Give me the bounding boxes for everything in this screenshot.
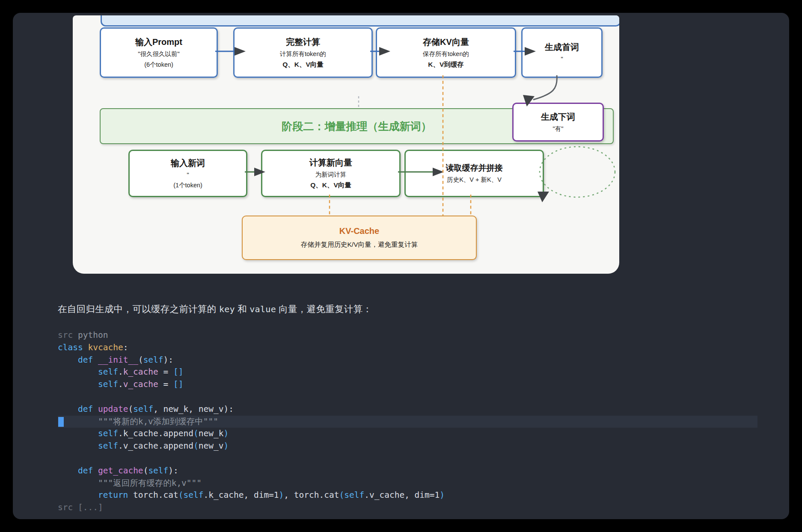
box-title: 生成下词 — [541, 112, 575, 122]
code-token-fn: get_cache — [98, 466, 143, 476]
code-token-kw: self — [98, 367, 118, 377]
box-line2: "很久很久以前" — [138, 50, 179, 58]
code-token-par: ) — [440, 490, 445, 500]
code-token-kw: self — [133, 404, 153, 414]
box-title: 计算新向量 — [309, 157, 352, 168]
box-title: 生成首词 — [545, 42, 579, 53]
code-line[interactable]: self.v_cache = [] — [58, 378, 757, 391]
code-line[interactable]: """返回所有缓存的k,v""" — [58, 477, 757, 490]
code-token-kw: def — [78, 355, 93, 365]
flow-box-compute-new-vectors: 计算新向量 为新词计算 Q、K、V向量 — [261, 150, 401, 197]
flow-box-kv-cache: KV-Cache 存储并复用历史K/V向量，避免重复计算 — [242, 216, 477, 260]
paragraph-text: 和 — [235, 304, 250, 314]
code-line[interactable]: def get_cache(self): — [58, 465, 757, 477]
code-token-cmt: """返回所有缓存的k,v""" — [58, 478, 202, 488]
code-token-par: ( — [178, 490, 184, 500]
code-token-kw: self — [143, 355, 163, 365]
cursor-marker — [58, 417, 64, 427]
code-token-pl — [58, 404, 78, 414]
code-line[interactable] — [58, 452, 757, 465]
code-token-pl: new_v — [199, 441, 224, 451]
paragraph-text: 向量，避免重复计算： — [276, 304, 372, 314]
code-token-pl: ): — [168, 466, 178, 476]
code-line[interactable]: src [...] — [58, 502, 757, 514]
code-token-cmt: """将新的k,v添加到缓存中""" — [58, 417, 218, 426]
inline-code-key: key — [219, 304, 235, 314]
box-line2: " — [561, 56, 563, 63]
code-line[interactable]: self.k_cache.append(new_k) — [58, 428, 757, 440]
flow-box-generate-first-word: 生成首词 " — [521, 27, 603, 78]
flow-box-full-compute: 完整计算 计算所有token的 Q、K、V向量 — [233, 27, 373, 78]
code-token-pl: .k_cache.append — [118, 429, 193, 438]
code-line[interactable]: self.v_cache.append(new_v) — [58, 440, 757, 452]
code-token-kw: def — [78, 466, 93, 476]
code-token-pl: new_k — [199, 429, 224, 438]
code-line[interactable] — [58, 391, 757, 403]
code-token-pl — [58, 367, 98, 377]
code-token-pl: = — [158, 379, 173, 389]
box-title: 输入新词 — [171, 158, 205, 168]
code-token-pl — [58, 429, 98, 438]
code-token-fn: __init__ — [98, 355, 138, 365]
kv-cache-subtitle: 存储并复用历史K/V向量，避免重复计算 — [301, 240, 418, 249]
code-token-kw: self — [98, 379, 118, 389]
code-token-pl: .v_cache.append — [118, 441, 193, 451]
code-token-par: ) — [279, 490, 284, 500]
code-token-fn: update — [98, 404, 128, 414]
flow-box-read-cache-concat: 读取缓存并拼接 历史K、V + 新K、V — [404, 150, 544, 197]
code-token-kw: return — [98, 490, 128, 500]
code-token-pl: ): — [163, 355, 173, 365]
code-token-par: ( — [193, 429, 199, 438]
code-token-par: ( — [193, 441, 199, 451]
flow-box-store-kv: 存储KV向量 保存所有token的 K、V到缓存 — [376, 27, 516, 78]
box-line3: K、V到缓存 — [428, 61, 464, 69]
code-token-kw: self — [148, 466, 168, 476]
box-line3: (1个token) — [173, 182, 202, 189]
code-token-par: ( — [339, 490, 345, 500]
code-token-cls: kvcache — [88, 343, 123, 352]
code-line[interactable]: def __init__(self): — [58, 354, 757, 366]
code-token-pl: . — [118, 367, 123, 377]
code-token-prop: v_cache — [123, 379, 158, 389]
code-token-kw: self — [98, 441, 118, 451]
code-token-kw: class — [58, 343, 83, 352]
code-token-pl: = — [158, 367, 173, 377]
box-line2: "有" — [553, 125, 564, 133]
code-token-pl — [58, 490, 98, 500]
code-token-kw: self — [98, 429, 118, 438]
code-token-pl — [93, 466, 98, 476]
code-token-par: ) — [223, 429, 229, 438]
box-line3: Q、K、V向量 — [282, 61, 324, 69]
code-token-dim: src — [58, 330, 78, 340]
flow-box-input-new-word: 输入新词 " (1个token) — [128, 150, 247, 197]
arrow-first-to-next-word — [523, 75, 557, 106]
code-line-highlighted[interactable]: """将新的k,v添加到缓存中""" — [58, 416, 757, 428]
code-line[interactable]: self.k_cache = [] — [58, 366, 757, 378]
code-token-pl: , torch.cat — [284, 490, 339, 500]
box-line3: Q、K、V向量 — [310, 181, 351, 189]
box-title: 读取缓存并拼接 — [446, 163, 503, 173]
code-token-pl: : — [123, 343, 128, 352]
code-token-pl: ( — [128, 404, 133, 414]
inline-code-value: value — [250, 304, 276, 314]
code-token-pl: ( — [143, 466, 149, 476]
code-line[interactable]: class kvcache: — [58, 342, 757, 354]
flow-box-input-prompt: 输入Prompt "很久很久以前" (6个token) — [100, 27, 218, 78]
code-token-cmt: python — [78, 330, 108, 340]
code-token-pl: . — [118, 379, 123, 389]
phase1-container-box-partial — [101, 15, 619, 27]
python-code-block[interactable]: src pythonclass kvcache: def __init__(se… — [58, 329, 757, 514]
code-token-kw: self — [344, 490, 364, 500]
box-title: 完整计算 — [286, 37, 320, 47]
code-token-pl: .v_cache, dim=1 — [364, 490, 440, 500]
paragraph-text: 在自回归生成中，可以缓存之前计算的 — [58, 304, 219, 314]
box-line2: 为新词计算 — [315, 171, 347, 178]
phase2-banner-label: 阶段二：增量推理（生成新词） — [282, 119, 432, 133]
kv-cache-flow-diagram: 输入Prompt "很久很久以前" (6个token) 完整计算 计算所有tok… — [73, 15, 619, 274]
code-line[interactable]: return torch.cat(self.k_cache, dim=1), t… — [58, 489, 757, 502]
code-token-pl: ( — [138, 355, 143, 365]
code-token-kw: def — [78, 404, 93, 414]
code-line[interactable]: def update(self, new_k, new_v): — [58, 403, 757, 416]
box-line2: " — [187, 171, 189, 179]
code-line[interactable]: src python — [58, 329, 757, 342]
